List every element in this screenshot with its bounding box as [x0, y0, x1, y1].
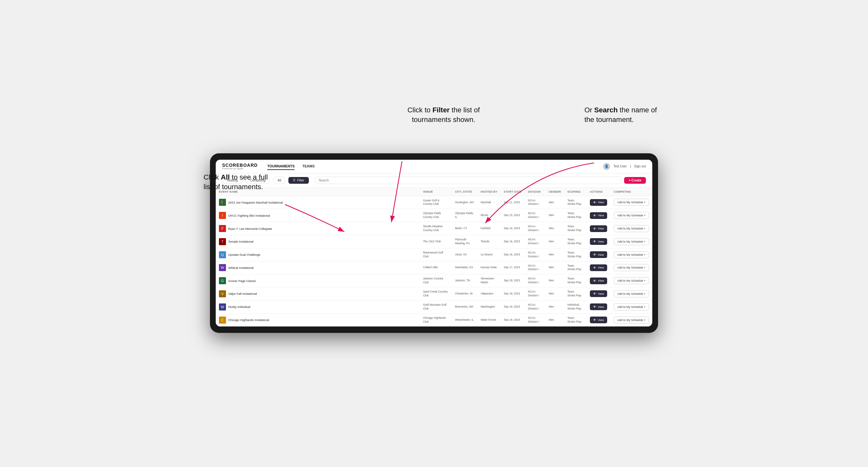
cell-competing-8: Add to My Schedule + — [611, 300, 652, 313]
cell-actions-4: 👁 View — [587, 248, 611, 261]
add-schedule-button-9[interactable]: Add to My Schedule + — [614, 317, 649, 323]
eye-icon-8: 👁 — [593, 305, 596, 309]
cell-gender-4: Men — [546, 248, 564, 261]
cell-division-6: NCAA Division I — [525, 274, 546, 287]
cell-gender-3: Men — [546, 235, 564, 248]
tab-hosting[interactable]: Hosting — [222, 177, 243, 184]
event-name-text-5: Wildcat Invitational — [228, 266, 253, 270]
add-schedule-button-2[interactable]: Add to My Schedule + — [614, 225, 649, 232]
cell-event-name-8: W Husky Individual — [216, 300, 420, 313]
eye-icon-4: 👁 — [593, 253, 596, 256]
event-name-text-7: Valpo Fall Invitational — [228, 292, 257, 295]
cell-venue-5: Colbert Hills — [420, 261, 452, 274]
col-competing: COMPETING — [611, 188, 652, 196]
team-logo-1: I — [219, 212, 226, 219]
cell-gender-7: Men — [546, 287, 564, 301]
cell-hosted-7: Valparaiso — [477, 287, 501, 301]
event-name-text-3: Temple Invitational — [228, 240, 253, 243]
header-divider: | — [630, 164, 631, 168]
view-button-5[interactable]: 👁 View — [590, 264, 607, 271]
nav-tournaments[interactable]: TOURNAMENTS — [267, 163, 294, 170]
filter-button[interactable]: ☰ Filter — [288, 177, 309, 184]
cell-event-name-4: U Upstate Dual Challenge — [216, 248, 420, 261]
view-button-2[interactable]: 👁 View — [590, 225, 607, 232]
cell-actions-6: 👁 View — [587, 274, 611, 287]
tablet-screen: SCOREBOARD Powered by clippd TOURNAMENTS… — [216, 160, 652, 327]
col-start-date: START DATE — [501, 188, 525, 196]
event-name-text-1: OFCC Fighting Illini Invitational — [228, 214, 270, 217]
add-schedule-button-5[interactable]: Add to My Schedule + — [614, 264, 649, 271]
cell-city-5: Manhattan, KS — [452, 261, 477, 274]
view-button-9[interactable]: 👁 View — [590, 317, 607, 323]
app-header: SCOREBOARD Powered by clippd TOURNAMENTS… — [216, 160, 652, 174]
eye-icon-9: 👁 — [593, 318, 596, 322]
add-schedule-button-1[interactable]: Add to My Schedule + — [614, 212, 649, 219]
cell-date-2: Sep 16, 2023 — [501, 222, 525, 235]
cell-division-0: NCAA Division I — [525, 196, 546, 209]
col-actions: ACTIONS — [587, 188, 611, 196]
view-button-0[interactable]: 👁 View — [590, 199, 607, 206]
view-button-4[interactable]: 👁 View — [590, 251, 607, 258]
search-input[interactable] — [315, 177, 622, 184]
cell-division-7: NCAA Division I — [525, 287, 546, 301]
cell-hosted-9: Wake Forest — [477, 313, 501, 326]
tab-all[interactable]: All — [273, 177, 286, 184]
cell-division-8: NCAA Division I — [525, 300, 546, 313]
tab-competing[interactable]: Competing — [245, 177, 270, 184]
sign-out-link[interactable]: Sign out — [634, 164, 646, 168]
table-row: C Chicago Highlands Invitational Chicago… — [216, 313, 652, 326]
cell-actions-7: 👁 View — [587, 287, 611, 301]
annotation-top-center: Click to Filter the list of tournaments … — [389, 105, 498, 125]
team-logo-2: F — [219, 225, 226, 232]
team-logo-4: U — [219, 251, 226, 258]
create-button[interactable]: + Create — [624, 177, 646, 184]
event-name-text-2: Ryan T. Lee Memorial Collegiate — [228, 227, 272, 230]
add-schedule-button-6[interactable]: Add to My Schedule + — [614, 277, 649, 284]
cell-actions-8: 👁 View — [587, 300, 611, 313]
logo-area: SCOREBOARD Powered by clippd — [222, 163, 258, 170]
add-schedule-button-3[interactable]: Add to My Schedule + — [614, 238, 649, 245]
col-scoring: SCORING — [564, 188, 587, 196]
cell-hosted-1: Illinois — [477, 209, 501, 222]
col-gender: GENDER — [546, 188, 564, 196]
cell-scoring-9: Team, Stroke Play — [564, 313, 587, 326]
add-schedule-button-4[interactable]: Add to My Schedule + — [614, 251, 649, 258]
eye-icon-5: 👁 — [593, 266, 596, 270]
view-button-8[interactable]: 👁 View — [590, 304, 607, 310]
cell-date-5: Sep 17, 2023 — [501, 261, 525, 274]
table-row: V Valpo Fall Invitational Sand Creek Cou… — [216, 287, 652, 301]
table-row: T Temple Invitational The 1912 Club Plym… — [216, 235, 652, 248]
cell-actions-3: 👁 View — [587, 235, 611, 248]
cell-scoring-6: Team, Stroke Play — [564, 274, 587, 287]
cell-scoring-3: Team, Stroke Play — [564, 235, 587, 248]
add-schedule-button-8[interactable]: Add to My Schedule + — [614, 304, 649, 310]
team-logo-8: W — [219, 304, 226, 310]
cell-city-0: Huntington, WV — [452, 196, 477, 209]
col-city: CITY, STATE — [452, 188, 477, 196]
team-logo-5: W — [219, 264, 226, 271]
team-logo-7: V — [219, 290, 226, 298]
cell-event-name-5: W Wildcat Invitational — [216, 261, 420, 274]
eye-icon-3: 👁 — [593, 240, 596, 243]
add-schedule-button-7[interactable]: Add to My Schedule + — [614, 290, 649, 298]
nav-teams[interactable]: TEAMS — [302, 163, 315, 170]
user-avatar: 👤 — [603, 163, 610, 170]
view-button-6[interactable]: 👁 View — [590, 278, 607, 284]
view-button-1[interactable]: 👁 View — [590, 212, 607, 219]
event-name-text-8: Husky Individual — [228, 305, 250, 309]
logo-title: SCOREBOARD — [222, 163, 258, 167]
cell-division-9: NCAA Division I — [525, 313, 546, 326]
cell-hosted-2: Fairfield — [477, 222, 501, 235]
cell-competing-5: Add to My Schedule + — [611, 261, 652, 274]
tournament-table: EVENT NAME VENUE CITY, STATE HOSTED BY S… — [216, 188, 652, 327]
cell-city-6: Jackson, TN — [452, 274, 477, 287]
view-button-3[interactable]: 👁 View — [590, 238, 607, 245]
view-button-7[interactable]: 👁 View — [590, 290, 607, 297]
team-logo-6: G — [219, 277, 226, 284]
filter-bar: Hosting Competing All ☰ Filter + Create — [216, 174, 652, 188]
eye-icon-2: 👁 — [593, 227, 596, 230]
cell-division-1: NCAA Division I — [525, 209, 546, 222]
cell-event-name-9: C Chicago Highlands Invitational — [216, 313, 420, 326]
cell-date-8: Sep 18, 2023 — [501, 300, 525, 313]
add-schedule-button-0[interactable]: Add to My Schedule + — [614, 199, 649, 206]
